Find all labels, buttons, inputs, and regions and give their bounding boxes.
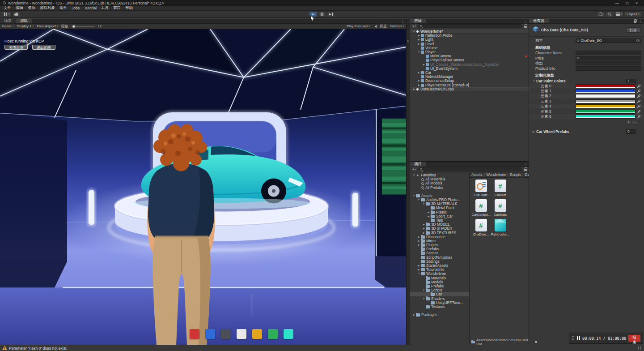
hierarchy-row[interactable]: ▶ Reflection Probe — [410, 34, 529, 38]
menu-item[interactable]: 游戏对象 — [38, 6, 57, 10]
expand-arrow-icon[interactable]: ▶ — [417, 79, 421, 83]
project-tree-row[interactable]: ScriptTemplates — [410, 256, 469, 260]
project-tree-row[interactable]: Textures — [410, 305, 469, 309]
hierarchy-row[interactable]: Volume — [410, 46, 529, 50]
asset-item[interactable]: CarControl... — [471, 199, 491, 217]
stats-toggle[interactable]: 状态 — [380, 24, 387, 29]
paint-swatch[interactable] — [205, 329, 215, 339]
panel-menu-icon[interactable]: ⋮ — [399, 19, 406, 23]
color-field[interactable] — [576, 110, 636, 114]
expand-arrow-icon[interactable]: ▶ — [412, 313, 416, 317]
collapsed-panel-strip[interactable]: » — [406, 19, 410, 345]
expand-arrow-icon[interactable]: ▶ — [417, 38, 421, 42]
undo-history-button[interactable] — [596, 11, 604, 17]
paint-colors-foldout[interactable]: ▼ Car Paint Colors 7 — [529, 78, 644, 84]
step-button[interactable]: ▶ — [327, 11, 335, 17]
project-search-input[interactable] — [418, 167, 522, 171]
hierarchy-row[interactable]: PlayerFollowCamera — [410, 58, 529, 62]
project-tree-row[interactable]: ▶ Mirror — [410, 239, 469, 243]
view-tab[interactable]: 游戏 — [16, 19, 32, 23]
asset-item[interactable]: Paint color... — [491, 219, 510, 236]
project-tree-row[interactable]: ▼ 3D MATERIALS — [410, 202, 469, 206]
eyedropper-icon[interactable] — [637, 99, 641, 103]
expand-arrow-icon[interactable]: ▶ — [417, 264, 421, 268]
script-field[interactable]: # ChaDate_SO — [576, 39, 641, 43]
project-tree-row[interactable]: Prefabs — [410, 284, 469, 288]
expand-arrow-icon[interactable]: ▶ — [422, 223, 426, 227]
expand-arrow-icon[interactable]: ▼ — [417, 198, 421, 202]
wheel-prefabs-foldout[interactable]: ▶ Car Wheel Prefabs 0 — [529, 129, 644, 134]
layers-button[interactable]: ▾ — [614, 11, 624, 17]
hierarchy-row[interactable]: NetworkManager — [410, 75, 529, 79]
hierarchy-row[interactable]: UI_EventSystem — [410, 67, 529, 71]
view-tab[interactable]: 场景 — [0, 19, 16, 23]
project-tree-row[interactable]: ▶ Dissonance — [410, 235, 469, 239]
project-tree-row[interactable]: All Materials — [410, 177, 469, 181]
hierarchy-row[interactable]: MainCamera — [410, 54, 529, 58]
open-button[interactable]: 打开 — [626, 27, 640, 33]
create-object-button[interactable]: +▾ — [411, 24, 417, 28]
lock-icon[interactable] — [524, 167, 527, 171]
panel-menu-icon[interactable]: ⋮ — [639, 19, 642, 23]
field-input[interactable] — [576, 51, 641, 55]
expand-arrow-icon[interactable]: ▼ — [417, 50, 421, 54]
game-viewport[interactable]: Host: running via KCP 关闭房间退出房间 — [0, 29, 406, 345]
eyedropper-icon[interactable] — [637, 84, 641, 88]
mute-audio-icon[interactable] — [373, 25, 377, 28]
object-picker-icon[interactable] — [636, 39, 640, 42]
hierarchy-row[interactable]: ▼ Wondertime* — [410, 30, 529, 34]
stop-recording-button[interactable]: 结束录制 — [628, 335, 640, 342]
lock-icon[interactable] — [524, 24, 527, 28]
project-tree-row[interactable]: Metal Paint — [410, 206, 469, 210]
project-tree-row[interactable]: Scenes — [410, 251, 469, 255]
menu-item[interactable]: 资源 — [25, 6, 38, 10]
view-mode-dropdown[interactable]: Game▾ — [2, 24, 14, 28]
field-input[interactable] — [576, 61, 641, 65]
expand-arrow-icon[interactable]: ▶ — [417, 34, 421, 38]
minimize-button[interactable]: — — [615, 1, 619, 5]
display-dropdown[interactable]: Display 1▾ — [17, 24, 34, 28]
eyedropper-icon[interactable] — [637, 115, 641, 119]
create-asset-button[interactable]: +▾ — [411, 167, 417, 171]
tab-hierarchy[interactable]: 层级 — [410, 19, 426, 23]
asset-item[interactable]: Car Date — [471, 180, 491, 197]
expand-arrow-icon[interactable]: ▶ — [417, 268, 421, 272]
eyedropper-icon[interactable] — [637, 89, 641, 93]
hierarchy-row[interactable]: ▶ PlayerArmature [connId=0] — [410, 83, 529, 87]
add-element-button[interactable]: + — [625, 120, 632, 124]
panel-menu-icon[interactable]: ⋮ — [521, 162, 529, 167]
project-tree-row[interactable]: ▼ Favorites — [410, 173, 469, 177]
hierarchy-row[interactable]: ▶ UI_Canvas_StarterAssetsInputs_Joystick… — [410, 63, 529, 67]
project-tree-row[interactable]: ▶ Plastic — [410, 210, 469, 214]
project-tree-row[interactable]: Car — [410, 292, 469, 296]
asset-item[interactable]: ChaDate... — [471, 219, 491, 236]
project-tree-row[interactable]: ▶ 3D TEXTURES — [410, 231, 469, 235]
search-button[interactable] — [605, 11, 613, 17]
paint-swatch[interactable] — [252, 329, 262, 339]
project-tree-row[interactable]: ▼ Shaders — [410, 296, 469, 300]
field-input[interactable] — [576, 66, 641, 71]
project-tree-row[interactable]: ▼ Scripts — [410, 288, 469, 292]
project-tree-row[interactable]: ▼ Wondertime — [410, 272, 469, 276]
expand-arrow-icon[interactable]: ▶ — [417, 83, 421, 87]
status-bar[interactable]: Parameter 'Hash 0' does not exist. — [0, 345, 644, 351]
hierarchy-row[interactable]: ▼ Player — [410, 50, 529, 54]
resize-grip-icon[interactable] — [638, 346, 642, 350]
expand-arrow-icon[interactable]: ▶ — [417, 243, 421, 247]
hierarchy-row[interactable]: ▶ Level — [410, 42, 529, 46]
play-focused-dropdown[interactable]: Play Focused▾ — [347, 24, 370, 28]
eyedropper-icon[interactable] — [637, 104, 641, 108]
pause-icon[interactable] — [577, 336, 580, 340]
project-tree-row[interactable]: ▶ StarterAssets — [410, 264, 469, 268]
expand-arrow-icon[interactable]: ▼ — [412, 30, 416, 34]
project-tree-row[interactable]: Prefabs — [410, 247, 469, 251]
expand-arrow-icon[interactable]: ▼ — [422, 202, 426, 206]
maximize-button[interactable]: □ — [626, 1, 628, 5]
expand-arrow-icon[interactable]: ▶ — [422, 231, 426, 235]
asset-item[interactable]: CarStats — [491, 199, 510, 217]
hierarchy-row[interactable]: ▶ DissonanceSetup — [410, 79, 529, 83]
project-tree-row[interactable]: ▶ Plugins — [410, 243, 469, 247]
pause-button[interactable] — [318, 11, 326, 17]
expand-arrow-icon[interactable]: ▼ — [417, 272, 421, 276]
menu-item[interactable]: 编辑 — [13, 6, 25, 10]
